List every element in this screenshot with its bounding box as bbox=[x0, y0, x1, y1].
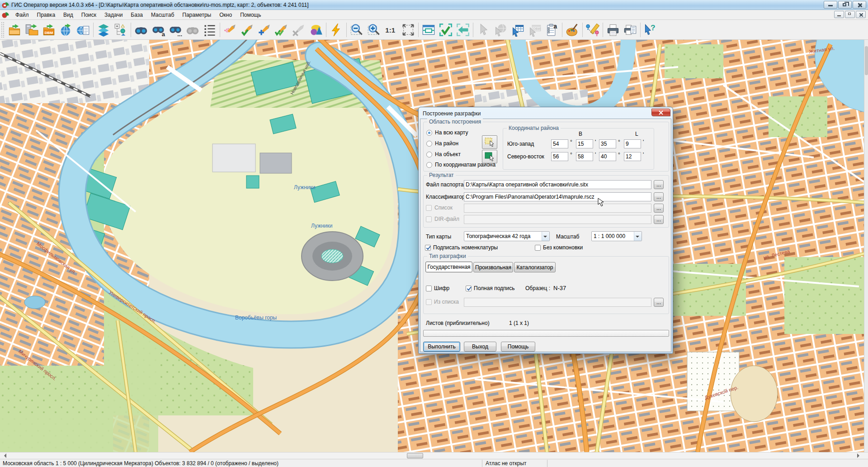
pointer-internet-button[interactable] bbox=[492, 21, 509, 38]
select-area-button[interactable] bbox=[482, 135, 497, 149]
passport-file-field[interactable]: D:\Карты\Карта оперативной обстановки\ru… bbox=[464, 180, 651, 189]
menu-view[interactable]: Вид bbox=[59, 10, 77, 19]
open-internet-map-button[interactable] bbox=[57, 21, 75, 38]
help-button[interactable]: Помощь bbox=[501, 342, 535, 352]
dir-file-field[interactable] bbox=[464, 215, 651, 224]
ne-b-deg-field[interactable]: 56 bbox=[551, 152, 568, 161]
print-button[interactable] bbox=[604, 21, 622, 38]
ne-b-min-field[interactable]: 58 bbox=[576, 152, 593, 161]
restore-button[interactable] bbox=[838, 1, 852, 9]
layers-button[interactable] bbox=[95, 21, 112, 38]
full-caption-checkbox[interactable] bbox=[466, 286, 472, 291]
sw-l-deg-field[interactable]: 35 bbox=[599, 139, 616, 148]
highlight-cancel-button[interactable] bbox=[290, 21, 307, 38]
list-field[interactable] bbox=[464, 204, 651, 213]
map-composition-button[interactable] bbox=[420, 21, 437, 38]
tab-state[interactable]: Государственная bbox=[425, 262, 472, 272]
view-3d-button[interactable] bbox=[307, 21, 325, 38]
from-list-browse-button[interactable]: ... bbox=[654, 298, 664, 307]
horizontal-scroll-thumb[interactable] bbox=[407, 453, 423, 458]
vertical-scrollbar[interactable] bbox=[864, 40, 868, 452]
object-table-button[interactable] bbox=[509, 21, 526, 38]
search-button[interactable] bbox=[132, 21, 150, 38]
quick-task-button[interactable] bbox=[328, 21, 345, 38]
radio-object[interactable] bbox=[426, 152, 432, 157]
from-list-field[interactable] bbox=[464, 298, 651, 307]
ne-l-deg-field[interactable]: 40 bbox=[599, 152, 616, 161]
close-button[interactable] bbox=[853, 1, 866, 9]
menu-file[interactable]: Файл bbox=[11, 10, 33, 19]
ne-l-min-field[interactable]: 12 bbox=[624, 152, 641, 161]
dir-browse-button[interactable]: ... bbox=[654, 215, 664, 224]
toolbar-grip[interactable] bbox=[1, 22, 5, 38]
highlight-add-button[interactable] bbox=[256, 21, 273, 38]
create-object-button[interactable] bbox=[112, 21, 129, 38]
classifier-browse-button[interactable]: ... bbox=[654, 192, 664, 201]
sw-b-min-field[interactable]: 15 bbox=[576, 139, 593, 148]
open-map-button[interactable] bbox=[6, 21, 23, 38]
open-server-map-button[interactable] bbox=[23, 21, 40, 38]
dialog-title-bar[interactable]: Построение разграфки bbox=[420, 109, 671, 119]
zoom-in-button[interactable] bbox=[365, 21, 382, 38]
dir-file-checkbox[interactable] bbox=[426, 216, 432, 222]
horizontal-scrollbar[interactable] bbox=[0, 452, 868, 459]
map-editor-button[interactable] bbox=[564, 21, 581, 38]
context-help-button[interactable]: ? bbox=[642, 21, 659, 38]
scroll-right-arrow[interactable] bbox=[857, 453, 862, 458]
dialog-close-button[interactable] bbox=[651, 109, 670, 116]
open-map-passport-button[interactable] bbox=[75, 21, 92, 38]
minimize-button[interactable] bbox=[824, 1, 837, 9]
menu-tasks[interactable]: Задачи bbox=[100, 10, 127, 19]
list-checkbox[interactable] bbox=[426, 205, 432, 211]
tab-cataloguer[interactable]: Каталогизатор bbox=[514, 262, 556, 272]
menu-window[interactable]: Окно bbox=[215, 10, 236, 19]
radio-by-coordinates[interactable] bbox=[426, 162, 432, 168]
open-dbm-button[interactable]: DBM bbox=[40, 21, 57, 38]
sw-b-deg-field[interactable]: 54 bbox=[551, 139, 568, 148]
confirm-button[interactable] bbox=[437, 21, 454, 38]
pointer-button[interactable] bbox=[475, 21, 492, 38]
exit-button[interactable]: Выход bbox=[464, 342, 496, 352]
objects-list-button[interactable] bbox=[201, 21, 218, 38]
run-button[interactable]: Выполнить bbox=[423, 342, 460, 352]
radio-whole-map[interactable] bbox=[426, 130, 432, 136]
fit-to-window-button[interactable] bbox=[400, 21, 417, 38]
mdi-close-button[interactable] bbox=[856, 11, 866, 18]
search-extended-button[interactable]: ... bbox=[167, 21, 184, 38]
menu-database[interactable]: База bbox=[127, 10, 147, 19]
menu-edit[interactable]: Правка bbox=[33, 10, 60, 19]
mdi-restore-button[interactable] bbox=[845, 11, 855, 18]
vertical-scroll-thumb[interactable] bbox=[865, 46, 868, 75]
no-composition-checkbox[interactable] bbox=[535, 245, 541, 251]
menu-scale[interactable]: Масштаб bbox=[147, 10, 178, 19]
zoom-out-button[interactable] bbox=[348, 21, 365, 38]
attributes-list-button[interactable]: a bbox=[543, 21, 561, 38]
measure-route-button[interactable] bbox=[584, 21, 601, 38]
classifier-field[interactable]: C:\Program Files\Panorama\Operator14\map… bbox=[464, 192, 651, 201]
tab-arbitrary[interactable]: Произвольная bbox=[473, 262, 513, 272]
scale-1-1-button[interactable]: 1:1 bbox=[382, 21, 400, 38]
highlight-confirm-all-button[interactable] bbox=[273, 21, 290, 38]
search-continue-button[interactable] bbox=[184, 21, 201, 38]
cipher-checkbox[interactable] bbox=[426, 286, 432, 291]
menu-search[interactable]: Поиск bbox=[77, 10, 100, 19]
search-text-button[interactable]: a bbox=[150, 21, 167, 38]
map-type-dropdown[interactable]: Топографическая 42 года bbox=[464, 231, 550, 241]
menu-help[interactable]: Помощь bbox=[236, 10, 265, 19]
select-object-button[interactable] bbox=[482, 150, 497, 163]
list-browse-button[interactable]: ... bbox=[654, 204, 664, 213]
radio-district[interactable] bbox=[426, 141, 432, 147]
print-report-button[interactable] bbox=[622, 21, 639, 38]
sw-l-min-field[interactable]: 9 bbox=[624, 139, 641, 148]
from-list-checkbox[interactable] bbox=[426, 299, 432, 305]
highlight-area-button[interactable] bbox=[222, 21, 239, 38]
scale-dropdown[interactable]: 1 : 1 000 000 bbox=[591, 231, 642, 241]
mdi-minimize-button[interactable] bbox=[834, 11, 844, 18]
object-dbm-button[interactable]: DBM bbox=[526, 21, 543, 38]
passport-browse-button[interactable]: ... bbox=[654, 180, 664, 189]
highlight-confirm-button[interactable] bbox=[239, 21, 256, 38]
sign-nomenclature-checkbox[interactable] bbox=[425, 245, 431, 251]
step-back-button[interactable] bbox=[454, 21, 472, 38]
menu-options[interactable]: Параметры bbox=[178, 10, 215, 19]
scroll-left-arrow[interactable] bbox=[2, 453, 6, 458]
